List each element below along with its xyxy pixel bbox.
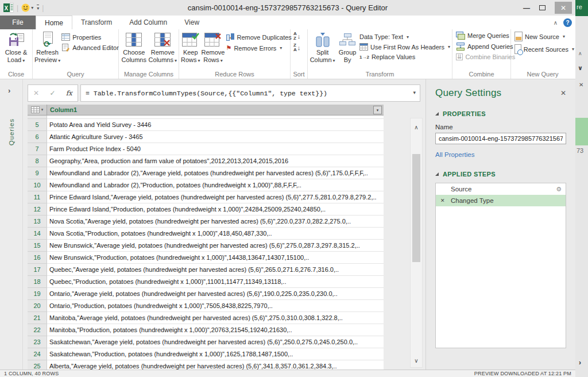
row-cell[interactable]: Ontario,"Production, potatoes (hundredwe…	[47, 300, 384, 312]
formula-expand-icon[interactable]: ▾	[413, 90, 416, 95]
combine-binaries-button[interactable]: ⇊ Combine Binaries	[456, 53, 510, 60]
row-cell[interactable]: Potato Area and Yield Survey - 3446	[47, 119, 384, 131]
remove-duplicates-button[interactable]: Remove Duplicates	[226, 33, 292, 41]
row-cell[interactable]: Ontario,"Average yield, potatoes (hundre…	[47, 288, 384, 300]
table-row[interactable]: 7Farm Product Price Index - 5040	[28, 143, 384, 155]
column-header-column1[interactable]: Column1 ▾	[47, 105, 384, 115]
select-all-corner[interactable]: ▾	[28, 105, 47, 115]
sort-ascending-button[interactable]: AZ ↓	[293, 32, 307, 41]
tab-add-column[interactable]: Add Column	[121, 16, 176, 29]
file-tab[interactable]: File	[0, 16, 36, 29]
row-cell[interactable]: Geography,"Area, production and farm val…	[47, 155, 384, 167]
row-cell[interactable]: Quebec,"Production, potatoes (hundredwei…	[47, 276, 384, 288]
row-cell[interactable]: New Brunswick,"Average yield, potatoes (…	[47, 240, 384, 252]
table-row[interactable]: 18Quebec,"Production, potatoes (hundredw…	[28, 276, 384, 288]
group-by-button[interactable]: Group By	[336, 31, 358, 63]
row-number[interactable]: 16	[28, 252, 47, 264]
expand-queries-pane-icon[interactable]: ›	[8, 86, 10, 95]
row-number[interactable]: 8	[28, 155, 47, 167]
row-number[interactable]: 17	[28, 264, 47, 276]
table-row[interactable]: 23Saskatchewan,"Average yield, potatoes …	[28, 336, 384, 348]
append-queries-button[interactable]: Append Queries	[456, 43, 510, 51]
table-row[interactable]: 16New Brunswick,"Production, potatoes (h…	[28, 252, 384, 264]
close-button[interactable]: ✕	[555, 2, 572, 14]
row-cell[interactable]: Quebec,"Average yield, potatoes (hundred…	[47, 264, 384, 276]
row-cell[interactable]: Manitoba,"Average yield, potatoes (hundr…	[47, 312, 384, 324]
background-close-icon[interactable]: ✕	[579, 82, 583, 88]
table-row[interactable]: 21Manitoba,"Average yield, potatoes (hun…	[28, 312, 384, 324]
data-type-button[interactable]: Data Type: Text ▾	[359, 33, 450, 40]
row-cell[interactable]: Prince Edward Island,"Production, potato…	[47, 203, 384, 216]
remove-columns-button[interactable]: Remove Columns▾	[149, 31, 177, 63]
tab-view[interactable]: View	[176, 16, 208, 29]
replace-values-button[interactable]: 1→2 Replace Values	[359, 53, 450, 60]
row-number[interactable]: 11	[28, 191, 47, 203]
row-number[interactable]: 15	[28, 240, 47, 252]
row-number[interactable]: 23	[28, 336, 47, 348]
table-row[interactable]: 5Potato Area and Yield Survey - 3446	[28, 119, 384, 131]
row-cell[interactable]: Saskatchewan,"Average yield, potatoes (h…	[47, 336, 384, 348]
background-chevron-up-icon[interactable]: ∧	[578, 51, 582, 56]
remove-rows-button[interactable]: Remove Rows▾	[202, 31, 225, 63]
table-row[interactable]: 11Prince Edward Island,"Average yield, p…	[28, 191, 384, 203]
minimize-button[interactable]: —	[523, 4, 530, 12]
row-cell[interactable]: Atlantic Agriculture Survey - 3465	[47, 131, 384, 143]
help-icon[interactable]: ?	[563, 18, 572, 27]
close-and-load-button[interactable]: Close & Load▾	[2, 31, 30, 63]
row-cell[interactable]: Farm Product Price Index - 5040	[47, 143, 384, 155]
table-row[interactable]: 22Manitoba,"Production, potatoes (hundre…	[28, 324, 384, 336]
table-row[interactable]: 25Alberta,"Average yield, potatoes (hund…	[28, 360, 384, 370]
tab-home[interactable]: Home	[36, 16, 72, 29]
scrollbar-thumb[interactable]	[412, 154, 420, 262]
row-number[interactable]: 24	[28, 348, 47, 360]
new-source-button[interactable]: New Source ▾	[514, 32, 574, 41]
sort-descending-button[interactable]: ZA ↓	[293, 43, 307, 52]
row-cell[interactable]: Newfoundland and Labrador (2),"Average y…	[47, 167, 384, 179]
row-cell[interactable]: Newfoundland and Labrador (2),"Productio…	[47, 179, 384, 191]
advanced-editor-button[interactable]: Advanced Editor	[61, 44, 119, 52]
close-panel-icon[interactable]: ✕	[560, 89, 566, 97]
table-row[interactable]: 24Saskatchewan,"Production, potatoes (hu…	[28, 348, 384, 360]
background-expand-icon[interactable]: ›	[579, 359, 581, 367]
recent-sources-button[interactable]: · Recent Sources ▾	[514, 44, 574, 54]
row-cell[interactable]: Saskatchewan,"Production, potatoes (hund…	[47, 348, 384, 360]
cancel-icon[interactable]: ✕	[33, 89, 39, 97]
row-number[interactable]: 18	[28, 276, 47, 288]
table-row[interactable]: 13Nova Scotia,"Average yield, potatoes (…	[28, 216, 384, 228]
use-first-row-as-headers-button[interactable]: Use First Row As Headers ▾	[359, 43, 450, 51]
merge-queries-button[interactable]: Merge Queries	[456, 32, 510, 40]
refresh-preview-button[interactable]: ⟳ Refresh Preview▾	[34, 31, 60, 63]
customize-qat-button[interactable]: ▾	[37, 5, 39, 11]
collapse-ribbon-icon[interactable]: ∧	[554, 20, 558, 26]
row-cell[interactable]: Nova Scotia,"Average yield, potatoes (hu…	[47, 216, 384, 228]
table-row[interactable]: 8Geography,"Area, production and farm va…	[28, 155, 384, 167]
properties-section-header[interactable]: PROPERTIES	[435, 110, 566, 117]
row-number[interactable]: 9	[28, 167, 47, 179]
row-cell[interactable]: Alberta,"Average yield, potatoes (hundre…	[47, 360, 384, 370]
table-row[interactable]: 15New Brunswick,"Average yield, potatoes…	[28, 240, 384, 252]
row-number[interactable]: 13	[28, 216, 47, 228]
split-column-button[interactable]: Split Column▾	[310, 31, 335, 63]
table-row[interactable]: 14Nova Scotia,"Production, potatoes (hun…	[28, 228, 384, 240]
table-row[interactable]: 9Newfoundland and Labrador (2),"Average …	[28, 167, 384, 179]
row-number[interactable]: 25	[28, 360, 47, 370]
table-row[interactable]: 12Prince Edward Island,"Production, pota…	[28, 203, 384, 216]
properties-button[interactable]: Properties	[61, 33, 119, 41]
all-properties-link[interactable]: All Properties	[435, 151, 566, 158]
background-chevron-down-icon[interactable]: ∨	[578, 64, 583, 72]
row-cell[interactable]: New Brunswick,"Production, potatoes (hun…	[47, 252, 384, 264]
table-row[interactable]: 6Atlantic Agriculture Survey - 3465	[28, 131, 384, 143]
scroll-down-icon[interactable]: ∨	[411, 357, 422, 364]
row-cell[interactable]: Nova Scotia,"Production, potatoes (hundr…	[47, 228, 384, 240]
row-number[interactable]: 21	[28, 312, 47, 324]
applied-step[interactable]: Source⚙	[436, 183, 566, 195]
commit-icon[interactable]: ✓	[49, 89, 55, 97]
row-cell[interactable]: Prince Edward Island,"Average yield, pot…	[47, 191, 384, 203]
formula-input[interactable]: = Table.TransformColumnTypes(Source,{{"C…	[80, 84, 420, 102]
row-number[interactable]: 19	[28, 288, 47, 300]
table-row[interactable]: 17Quebec,"Average yield, potatoes (hundr…	[28, 264, 384, 276]
fx-icon[interactable]: fx	[66, 89, 72, 97]
remove-errors-button[interactable]: ⚑ Remove Errors ▾	[226, 44, 292, 52]
scroll-up-icon[interactable]: ∧	[411, 124, 422, 130]
filter-dropdown-button[interactable]: ▾	[373, 106, 382, 114]
